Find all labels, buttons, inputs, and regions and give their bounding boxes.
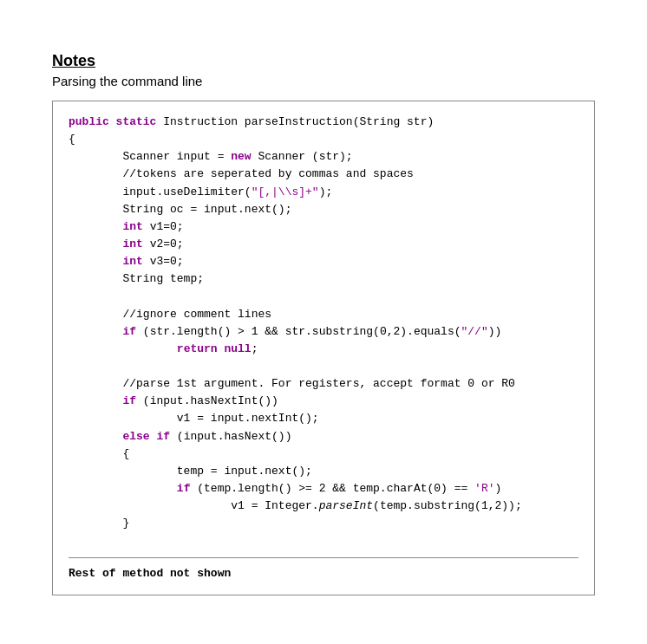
code-line-6: String oc = input.next();: [69, 201, 578, 218]
code-line-22: if (temp.length() >= 2 && temp.charAt(0)…: [69, 480, 578, 498]
code-line-10: String temp;: [69, 270, 578, 288]
code-line-20: {: [69, 446, 578, 463]
code-line-blank1: [69, 288, 578, 305]
code-line-18: v1 = input.nextInt();: [69, 410, 578, 427]
code-line-blank3: [69, 532, 578, 550]
code-line-19: else if (input.hasNext()): [69, 428, 578, 446]
code-line-4: //tokens are seperated by commas and spa…: [69, 166, 578, 183]
code-line-8: int v2=0;: [69, 236, 578, 253]
code-line-2: {: [69, 131, 578, 148]
code-footer: Rest of method not shown: [69, 565, 578, 582]
code-line-17: if (input.hasNextInt()): [69, 393, 578, 410]
code-line-12: //ignore comment lines: [69, 306, 578, 323]
code-line-9: int v3=0;: [69, 253, 578, 270]
code-line-3: Scanner input = new Scanner (str);: [69, 148, 578, 166]
code-line-blank2: [69, 358, 578, 375]
code-line-21: temp = input.next();: [69, 463, 578, 480]
code-line-24: }: [69, 515, 578, 532]
code-line-13: if (str.length() > 1 && str.substring(0,…: [69, 323, 578, 341]
code-line-23: v1 = Integer.parseInt(temp.substring(1,2…: [69, 498, 578, 515]
notes-title: Notes: [52, 52, 595, 70]
code-line-1: public static Instruction parseInstructi…: [69, 114, 578, 131]
code-line-5: input.useDelimiter("[,|\\s]+");: [69, 184, 578, 201]
code-line-7: int v1=0;: [69, 218, 578, 236]
code-box: public static Instruction parseInstructi…: [52, 101, 595, 595]
notes-subtitle: Parsing the command line: [52, 74, 595, 88]
code-line-14: return null;: [69, 341, 578, 358]
code-line-16: //parse 1st argument. For registers, acc…: [69, 375, 578, 393]
